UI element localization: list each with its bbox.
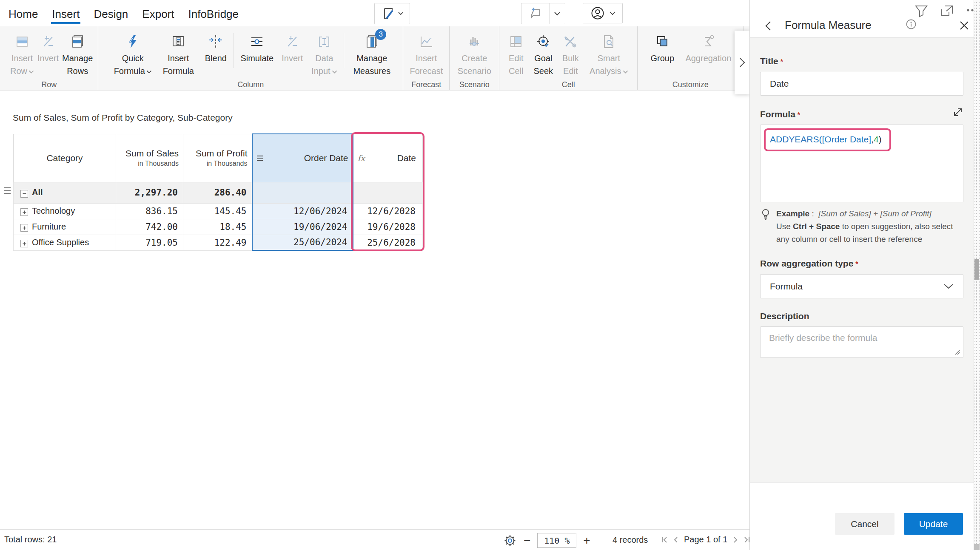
update-button[interactable]: Update: [904, 513, 963, 535]
category-cell[interactable]: Furniture: [14, 219, 116, 235]
table-row-all: All 2,297.20 286.40: [14, 182, 423, 203]
column-grip-icon[interactable]: [256, 154, 264, 162]
expand-editor-icon[interactable]: [952, 107, 963, 118]
sales-cell[interactable]: 742.00: [116, 219, 183, 235]
tab-insert[interactable]: Insert: [51, 3, 80, 24]
ribbon-separator: [234, 33, 234, 68]
tab-infobridge[interactable]: InfoBridge: [187, 3, 239, 24]
pivot-table: Category Sum of Sales in Thousands Sum o…: [13, 133, 423, 251]
column-header-category[interactable]: Category: [14, 134, 116, 182]
ribbon-button-blend[interactable]: Blend: [200, 31, 231, 65]
ribbon-button-group[interactable]: Group: [644, 31, 680, 65]
tab-export[interactable]: Export: [141, 3, 175, 24]
next-page-icon[interactable]: [732, 536, 739, 544]
zoom-level-input[interactable]: 110 %: [537, 533, 576, 548]
add-comment-button[interactable]: [521, 3, 550, 24]
data-input-icon: [317, 31, 331, 52]
ribbon-button-insert-formula[interactable]: InsertFormula: [156, 31, 200, 77]
ribbon-button-invert-row[interactable]: Invert: [36, 31, 60, 65]
formula-measure-panel: Formula Measure Title* Date Formula* ADD…: [749, 0, 974, 550]
settings-gear-icon[interactable]: [503, 534, 517, 547]
title-field: Title* Date: [760, 56, 963, 96]
expand-icon[interactable]: [20, 224, 28, 232]
date-cell[interactable]: 25/6/2028: [353, 235, 423, 250]
maximize-icon[interactable]: [940, 4, 954, 18]
resize-handle-icon[interactable]: [954, 349, 960, 355]
info-icon[interactable]: [906, 19, 917, 30]
collapse-icon[interactable]: [20, 190, 28, 198]
expand-icon[interactable]: [20, 208, 28, 216]
ribbon-button-data-input[interactable]: DataInput: [307, 31, 341, 77]
profit-cell[interactable]: 122.49: [183, 235, 252, 250]
ribbon-button-simulate[interactable]: Simulate: [236, 31, 277, 65]
panel-top-icons: [914, 4, 980, 18]
category-cell[interactable]: All: [14, 182, 116, 203]
panel-title: Formula Measure: [785, 19, 872, 32]
ribbon-button-invert-column[interactable]: Invert: [277, 31, 307, 65]
order-date-cell[interactable]: 12/06/2024: [252, 203, 353, 219]
previous-page-icon[interactable]: [672, 536, 679, 544]
zoom-out-button[interactable]: −: [524, 535, 530, 547]
row-grip-icon[interactable]: [3, 186, 11, 196]
expand-icon[interactable]: [20, 240, 28, 247]
sales-cell[interactable]: 836.15: [116, 203, 183, 219]
ribbon-button-manage-measures[interactable]: 3 ManageMeasures: [347, 31, 397, 77]
last-page-icon[interactable]: [743, 536, 749, 544]
ribbon-group-label: Forecast: [403, 80, 449, 89]
category-cell[interactable]: Technology: [14, 203, 116, 219]
category-cell[interactable]: Office Supplies: [14, 235, 116, 250]
sales-cell[interactable]: 2,297.20: [116, 182, 183, 203]
aggregation-label: Row aggregation type: [760, 258, 853, 268]
ribbon-button-quick-formula[interactable]: QuickFormula: [109, 31, 156, 77]
order-date-cell[interactable]: 25/06/2024: [252, 235, 353, 250]
window-scrollbar-thumb[interactable]: [974, 259, 979, 280]
ribbon-button-edit-cell[interactable]: EditCell: [503, 31, 529, 77]
column-header-date[interactable]: fx Date: [353, 134, 423, 182]
ribbon-button-insert-row[interactable]: InsertRow: [9, 31, 36, 77]
column-header-sum-of-profit[interactable]: Sum of Profit in Thousands: [183, 134, 252, 182]
ribbon-tabs: Home Insert Design Export InfoBridge: [8, 0, 252, 26]
ribbon-button-goal-seek[interactable]: GoalSeek: [529, 31, 557, 77]
ribbon-button-smart-analysis[interactable]: SmartAnalysis: [584, 31, 634, 77]
manage-rows-icon: [70, 31, 85, 52]
profit-cell[interactable]: 286.40: [183, 182, 252, 203]
formula-fx-icon: fx: [358, 153, 365, 163]
table-header-row: Category Sum of Sales in Thousands Sum o…: [14, 134, 423, 182]
order-date-cell[interactable]: 19/06/2024: [252, 219, 353, 235]
column-header-order-date[interactable]: Order Date: [252, 134, 353, 182]
tab-home[interactable]: Home: [8, 3, 39, 24]
ribbon-button-bulk-edit[interactable]: BulkEdit: [557, 31, 584, 77]
comment-menu-button[interactable]: [550, 3, 565, 24]
date-cell[interactable]: 19/6/2028: [353, 219, 423, 235]
ribbon-button-aggregation[interactable]: Aggregation: [680, 31, 736, 65]
first-page-icon[interactable]: [661, 536, 668, 544]
chevron-down-icon: [943, 284, 954, 289]
column-header-sum-of-sales[interactable]: Sum of Sales in Thousands: [116, 134, 183, 182]
profit-cell[interactable]: 18.45: [183, 219, 252, 235]
invert-icon: [285, 31, 299, 52]
ribbon-button-insert-forecast[interactable]: InsertForecast: [407, 31, 446, 77]
ribbon-group-customize: Group Aggregation Customize: [638, 26, 744, 90]
records-count-label: 4 records: [612, 535, 648, 545]
filter-icon[interactable]: [914, 4, 929, 18]
highlighted-formula: ADDYEARS([Order Date],4): [764, 128, 891, 151]
edit-mode-button[interactable]: [374, 3, 410, 24]
tab-design[interactable]: Design: [93, 3, 129, 24]
order-date-cell[interactable]: [252, 182, 353, 203]
zoom-in-button[interactable]: +: [583, 535, 590, 547]
back-icon[interactable]: [764, 20, 772, 32]
aggregation-select[interactable]: Formula: [760, 274, 963, 298]
date-cell[interactable]: [353, 182, 423, 203]
profit-cell[interactable]: 145.45: [183, 203, 252, 219]
title-input[interactable]: Date: [760, 72, 963, 96]
account-button[interactable]: [583, 3, 623, 23]
close-icon[interactable]: [958, 20, 970, 31]
ribbon-button-create-scenario[interactable]: CreateScenario: [453, 31, 496, 77]
cancel-button[interactable]: Cancel: [835, 513, 895, 535]
formula-editor[interactable]: ADDYEARS([Order Date],4): [760, 125, 963, 202]
sales-cell[interactable]: 719.05: [116, 235, 183, 250]
description-input[interactable]: [761, 327, 963, 357]
date-cell[interactable]: 12/6/2028: [353, 203, 423, 219]
ribbon-button-manage-rows[interactable]: ManageRows: [60, 31, 94, 77]
panel-expander-tab[interactable]: [735, 31, 749, 94]
